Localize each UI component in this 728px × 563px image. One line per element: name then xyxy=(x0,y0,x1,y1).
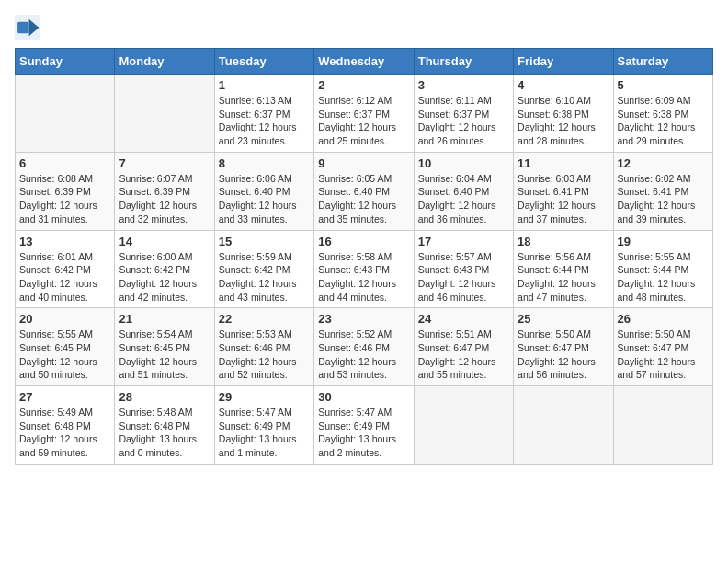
day-number: 20 xyxy=(19,312,110,326)
day-number: 30 xyxy=(318,390,409,404)
calendar-cell: 25Sunrise: 5:50 AMSunset: 6:47 PMDayligh… xyxy=(514,308,613,386)
calendar-cell xyxy=(613,386,712,465)
day-number: 23 xyxy=(318,312,409,326)
calendar-week-3: 13Sunrise: 6:01 AMSunset: 6:42 PMDayligh… xyxy=(16,230,713,308)
days-of-week-row: SundayMondayTuesdayWednesdayThursdayFrid… xyxy=(16,49,713,75)
calendar-cell: 13Sunrise: 6:01 AMSunset: 6:42 PMDayligh… xyxy=(16,230,115,308)
calendar-cell: 1Sunrise: 6:13 AMSunset: 6:37 PMDaylight… xyxy=(214,75,313,153)
calendar-cell: 18Sunrise: 5:56 AMSunset: 6:44 PMDayligh… xyxy=(514,230,613,308)
day-detail: Sunrise: 5:55 AMSunset: 6:45 PMDaylight:… xyxy=(19,327,110,382)
day-header-saturday: Saturday xyxy=(613,49,712,75)
day-number: 21 xyxy=(119,312,210,326)
calendar-week-5: 27Sunrise: 5:49 AMSunset: 6:48 PMDayligh… xyxy=(16,386,713,465)
day-number: 13 xyxy=(19,235,110,248)
day-number: 26 xyxy=(618,312,709,326)
day-number: 2 xyxy=(318,78,409,92)
day-number: 28 xyxy=(119,390,210,404)
day-detail: Sunrise: 5:47 AMSunset: 6:49 PMDaylight:… xyxy=(219,406,310,460)
day-detail: Sunrise: 5:48 AMSunset: 6:48 PMDaylight:… xyxy=(119,406,210,460)
calendar-header: SundayMondayTuesdayWednesdayThursdayFrid… xyxy=(16,49,713,75)
day-number: 3 xyxy=(418,78,509,92)
calendar-cell: 12Sunrise: 6:02 AMSunset: 6:41 PMDayligh… xyxy=(613,152,712,230)
calendar-cell: 5Sunrise: 6:09 AMSunset: 6:38 PMDaylight… xyxy=(613,75,712,153)
calendar-cell: 4Sunrise: 6:10 AMSunset: 6:38 PMDaylight… xyxy=(514,75,613,153)
day-number: 11 xyxy=(518,156,609,170)
calendar-cell: 20Sunrise: 5:55 AMSunset: 6:45 PMDayligh… xyxy=(16,308,115,386)
calendar-cell: 9Sunrise: 6:05 AMSunset: 6:40 PMDaylight… xyxy=(314,152,414,230)
calendar-table: SundayMondayTuesdayWednesdayThursdayFrid… xyxy=(15,48,713,465)
day-detail: Sunrise: 5:59 AMSunset: 6:42 PMDaylight:… xyxy=(219,250,310,304)
day-detail: Sunrise: 6:06 AMSunset: 6:40 PMDaylight:… xyxy=(219,172,310,226)
day-detail: Sunrise: 6:13 AMSunset: 6:37 PMDaylight:… xyxy=(219,94,310,148)
day-detail: Sunrise: 6:02 AMSunset: 6:41 PMDaylight:… xyxy=(618,172,709,226)
day-number: 19 xyxy=(618,235,709,248)
calendar-cell: 6Sunrise: 6:08 AMSunset: 6:39 PMDaylight… xyxy=(16,152,115,230)
day-detail: Sunrise: 5:53 AMSunset: 6:46 PMDaylight:… xyxy=(219,327,310,382)
calendar-cell xyxy=(414,386,513,465)
day-detail: Sunrise: 6:11 AMSunset: 6:37 PMDaylight:… xyxy=(418,94,509,148)
day-detail: Sunrise: 5:56 AMSunset: 6:44 PMDaylight:… xyxy=(518,250,609,304)
calendar-cell: 30Sunrise: 5:47 AMSunset: 6:49 PMDayligh… xyxy=(314,386,414,465)
day-header-thursday: Thursday xyxy=(414,49,513,75)
calendar-cell: 22Sunrise: 5:53 AMSunset: 6:46 PMDayligh… xyxy=(214,308,313,386)
day-number: 7 xyxy=(119,156,210,170)
day-number: 18 xyxy=(518,235,609,248)
day-detail: Sunrise: 6:05 AMSunset: 6:40 PMDaylight:… xyxy=(318,172,409,226)
day-detail: Sunrise: 5:58 AMSunset: 6:43 PMDaylight:… xyxy=(318,250,409,304)
calendar-cell: 2Sunrise: 6:12 AMSunset: 6:37 PMDaylight… xyxy=(314,75,414,153)
calendar-cell: 28Sunrise: 5:48 AMSunset: 6:48 PMDayligh… xyxy=(115,386,214,465)
day-number: 16 xyxy=(318,235,409,248)
day-detail: Sunrise: 6:01 AMSunset: 6:42 PMDaylight:… xyxy=(19,250,110,304)
day-detail: Sunrise: 5:57 AMSunset: 6:43 PMDaylight:… xyxy=(418,250,509,304)
logo xyxy=(15,15,44,40)
day-detail: Sunrise: 6:03 AMSunset: 6:41 PMDaylight:… xyxy=(518,172,609,226)
day-number: 4 xyxy=(518,78,609,92)
calendar-week-2: 6Sunrise: 6:08 AMSunset: 6:39 PMDaylight… xyxy=(16,152,713,230)
calendar-cell: 17Sunrise: 5:57 AMSunset: 6:43 PMDayligh… xyxy=(414,230,513,308)
day-detail: Sunrise: 5:47 AMSunset: 6:49 PMDaylight:… xyxy=(318,406,409,460)
day-number: 25 xyxy=(518,312,609,326)
day-number: 6 xyxy=(19,156,110,170)
day-number: 10 xyxy=(418,156,509,170)
day-header-tuesday: Tuesday xyxy=(214,49,313,75)
calendar-cell: 21Sunrise: 5:54 AMSunset: 6:45 PMDayligh… xyxy=(115,308,214,386)
day-number: 24 xyxy=(418,312,509,326)
calendar-week-4: 20Sunrise: 5:55 AMSunset: 6:45 PMDayligh… xyxy=(16,308,713,386)
calendar-cell: 8Sunrise: 6:06 AMSunset: 6:40 PMDaylight… xyxy=(214,152,313,230)
day-header-friday: Friday xyxy=(514,49,613,75)
calendar-cell: 27Sunrise: 5:49 AMSunset: 6:48 PMDayligh… xyxy=(16,386,115,465)
calendar-cell: 10Sunrise: 6:04 AMSunset: 6:40 PMDayligh… xyxy=(414,152,513,230)
calendar-week-1: 1Sunrise: 6:13 AMSunset: 6:37 PMDaylight… xyxy=(16,75,713,153)
calendar-cell: 26Sunrise: 5:50 AMSunset: 6:47 PMDayligh… xyxy=(613,308,712,386)
day-detail: Sunrise: 5:52 AMSunset: 6:46 PMDaylight:… xyxy=(318,327,409,382)
calendar-cell: 15Sunrise: 5:59 AMSunset: 6:42 PMDayligh… xyxy=(214,230,313,308)
calendar-cell xyxy=(514,386,613,465)
calendar-cell: 7Sunrise: 6:07 AMSunset: 6:39 PMDaylight… xyxy=(115,152,214,230)
calendar-cell xyxy=(16,75,115,153)
day-number: 17 xyxy=(418,235,509,248)
generalblue-logo-icon xyxy=(15,15,40,40)
day-header-monday: Monday xyxy=(115,49,214,75)
day-detail: Sunrise: 6:09 AMSunset: 6:38 PMDaylight:… xyxy=(618,94,709,148)
day-detail: Sunrise: 6:12 AMSunset: 6:37 PMDaylight:… xyxy=(318,94,409,148)
day-number: 29 xyxy=(219,390,310,404)
calendar-cell: 24Sunrise: 5:51 AMSunset: 6:47 PMDayligh… xyxy=(414,308,513,386)
header xyxy=(15,15,713,40)
calendar-cell: 19Sunrise: 5:55 AMSunset: 6:44 PMDayligh… xyxy=(613,230,712,308)
day-detail: Sunrise: 6:04 AMSunset: 6:40 PMDaylight:… xyxy=(418,172,509,226)
day-number: 14 xyxy=(119,235,210,248)
day-detail: Sunrise: 6:08 AMSunset: 6:39 PMDaylight:… xyxy=(19,172,110,226)
calendar-body: 1Sunrise: 6:13 AMSunset: 6:37 PMDaylight… xyxy=(16,75,713,465)
day-detail: Sunrise: 5:50 AMSunset: 6:47 PMDaylight:… xyxy=(618,327,709,382)
calendar-cell xyxy=(115,75,214,153)
calendar-cell: 14Sunrise: 6:00 AMSunset: 6:42 PMDayligh… xyxy=(115,230,214,308)
day-detail: Sunrise: 5:49 AMSunset: 6:48 PMDaylight:… xyxy=(19,406,110,460)
calendar-cell: 23Sunrise: 5:52 AMSunset: 6:46 PMDayligh… xyxy=(314,308,414,386)
day-detail: Sunrise: 5:55 AMSunset: 6:44 PMDaylight:… xyxy=(618,250,709,304)
day-detail: Sunrise: 6:00 AMSunset: 6:42 PMDaylight:… xyxy=(119,250,210,304)
day-number: 1 xyxy=(219,78,310,92)
day-header-wednesday: Wednesday xyxy=(314,49,414,75)
day-number: 15 xyxy=(219,235,310,248)
svg-rect-2 xyxy=(17,22,28,33)
day-detail: Sunrise: 5:54 AMSunset: 6:45 PMDaylight:… xyxy=(119,327,210,382)
